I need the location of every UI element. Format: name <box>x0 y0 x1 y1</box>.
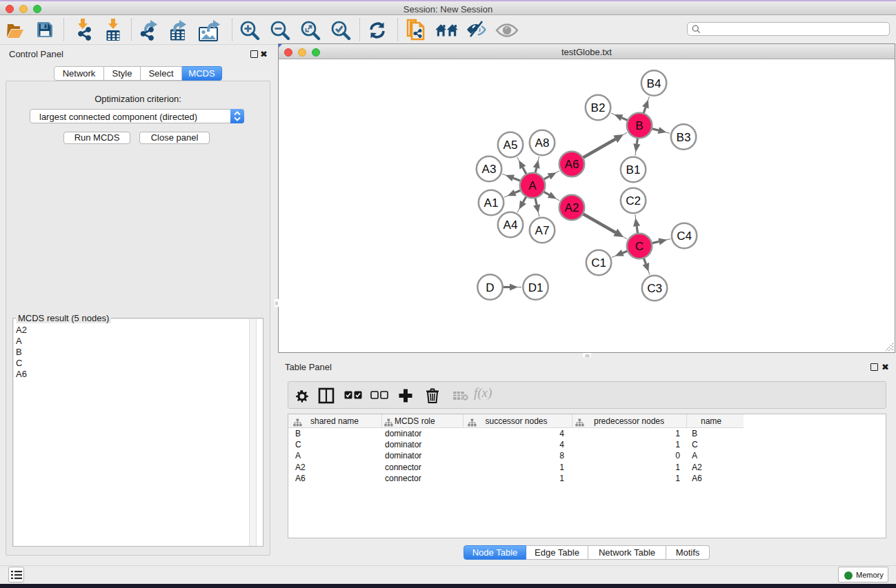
svg-text:A5: A5 <box>504 139 518 152</box>
svg-text:A8: A8 <box>535 136 550 150</box>
svg-text:C3: C3 <box>647 282 662 295</box>
svg-text:A2: A2 <box>565 201 579 214</box>
svg-text:A4: A4 <box>504 219 518 232</box>
svg-text:D1: D1 <box>528 281 544 294</box>
svg-text:A: A <box>528 179 537 192</box>
svg-text:B3: B3 <box>677 131 691 144</box>
svg-text:A7: A7 <box>535 224 550 237</box>
svg-text:B1: B1 <box>626 163 641 176</box>
svg-text:B2: B2 <box>591 101 606 114</box>
svg-text:A1: A1 <box>484 196 499 210</box>
svg-text:C: C <box>635 240 644 253</box>
svg-text:B4: B4 <box>647 77 661 90</box>
svg-text:C1: C1 <box>591 256 606 270</box>
svg-text:C4: C4 <box>677 230 692 243</box>
svg-text:A6: A6 <box>565 158 579 171</box>
svg-text:B: B <box>635 119 643 132</box>
svg-text:A3: A3 <box>482 163 497 176</box>
svg-text:C2: C2 <box>626 194 641 207</box>
svg-text:D: D <box>486 281 494 294</box>
